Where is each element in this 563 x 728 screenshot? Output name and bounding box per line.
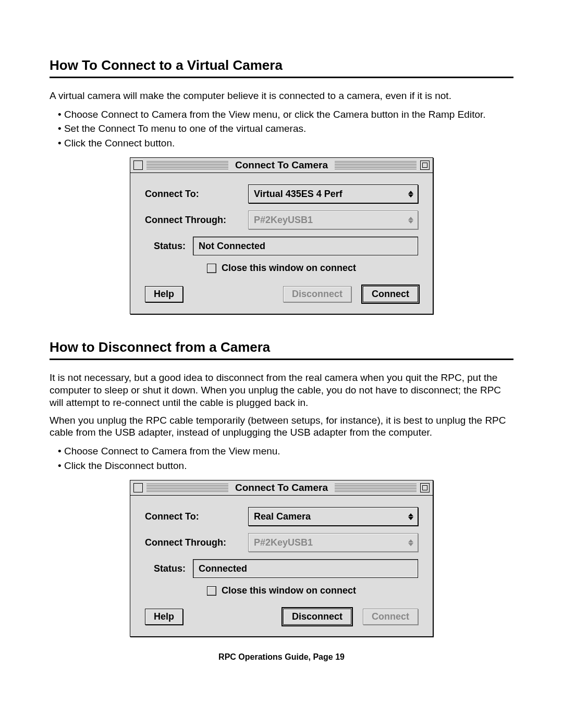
collapse-icon[interactable] xyxy=(420,161,430,170)
section1-bullets: Choose Connect to Camera from the View m… xyxy=(50,107,513,151)
connect-through-popup: P#2KeyUSB1 xyxy=(248,533,418,552)
section-divider xyxy=(50,359,513,360)
connect-through-value: P#2KeyUSB1 xyxy=(254,215,313,226)
window-title: Connect To Camera xyxy=(232,482,331,493)
popup-arrows-icon xyxy=(407,191,414,198)
list-item: Set the Connect To menu to one of the vi… xyxy=(58,121,513,136)
popup-arrows-icon xyxy=(407,217,414,224)
status-value: Connected xyxy=(199,563,247,574)
titlebar-stripes-icon xyxy=(146,484,228,492)
section-heading-connect-virtual: How To Connect to a Virtual Camera xyxy=(50,57,513,73)
row-status: Status: Connected xyxy=(145,559,418,578)
label-connect-to: Connect To: xyxy=(145,189,241,200)
disconnect-button[interactable]: Disconnect xyxy=(283,609,351,625)
button-row: Help Disconnect Connect xyxy=(145,286,418,302)
dialog1-wrap: Connect To Camera Connect To: Virtual 43… xyxy=(50,157,513,314)
close-icon[interactable] xyxy=(133,161,143,170)
status-display: Connected xyxy=(193,559,418,578)
connect-to-popup[interactable]: Real Camera xyxy=(248,507,418,526)
section-heading-disconnect: How to Disconnect from a Camera xyxy=(50,339,513,355)
row-connect-to: Connect To: Virtual 435ES 4 Perf xyxy=(145,184,418,203)
close-on-connect-label: Close this window on connect xyxy=(222,585,356,596)
button-group-right: Disconnect Connect xyxy=(283,609,418,625)
button-row: Help Disconnect Connect xyxy=(145,609,418,625)
row-connect-through: Connect Through: P#2KeyUSB1 xyxy=(145,533,418,552)
window-body: Connect To: Real Camera Connect Through:… xyxy=(130,496,433,636)
window-titlebar[interactable]: Connect To Camera xyxy=(130,480,433,496)
status-value: Not Connected xyxy=(199,241,265,252)
connect-to-value: Real Camera xyxy=(254,511,311,522)
popup-arrows-icon xyxy=(407,539,414,546)
row-connect-to: Connect To: Real Camera xyxy=(145,507,418,526)
list-item: Click the Disconnect button. xyxy=(58,459,513,473)
connect-button[interactable]: Connect xyxy=(363,286,418,302)
collapse-icon[interactable] xyxy=(420,483,430,492)
connect-to-popup[interactable]: Virtual 435ES 4 Perf xyxy=(248,184,418,203)
help-button[interactable]: Help xyxy=(145,286,183,302)
list-item: Choose Connect to Camera from the View m… xyxy=(58,107,513,122)
close-on-connect-label: Close this window on connect xyxy=(222,263,356,274)
connect-to-camera-window: Connect To Camera Connect To: Real Camer… xyxy=(130,480,433,637)
row-close-on-connect: Close this window on connect xyxy=(145,263,418,274)
status-display: Not Connected xyxy=(193,237,418,255)
popup-arrows-icon xyxy=(407,513,414,520)
list-item: Choose Connect to Camera from the View m… xyxy=(58,444,513,459)
page-footer: RPC Operations Guide, Page 19 xyxy=(50,652,513,662)
window-titlebar[interactable]: Connect To Camera xyxy=(130,158,433,173)
titlebar-stripes-icon xyxy=(335,161,417,169)
close-icon[interactable] xyxy=(133,483,143,492)
section2-para2: When you unplug the RPC cable temporaril… xyxy=(50,414,513,439)
row-close-on-connect: Close this window on connect xyxy=(145,585,418,596)
label-connect-through: Connect Through: xyxy=(145,215,241,226)
dialog2-wrap: Connect To Camera Connect To: Real Camer… xyxy=(50,480,513,637)
titlebar-stripes-icon xyxy=(146,161,228,169)
button-group-right: Disconnect Connect xyxy=(283,286,418,302)
label-status: Status: xyxy=(145,241,186,252)
connect-through-popup: P#2KeyUSB1 xyxy=(248,211,418,229)
connect-to-camera-window: Connect To Camera Connect To: Virtual 43… xyxy=(130,157,433,314)
close-on-connect-checkbox[interactable] xyxy=(207,264,216,273)
list-item: Click the Connect button. xyxy=(58,136,513,151)
window-title: Connect To Camera xyxy=(232,159,331,171)
section2-bullets: Choose Connect to Camera from the View m… xyxy=(50,444,513,473)
section-divider xyxy=(50,77,513,78)
label-status: Status: xyxy=(145,563,186,574)
section1-intro: A virtual camera will make the computer … xyxy=(50,90,513,102)
connect-to-value: Virtual 435ES 4 Perf xyxy=(254,189,342,200)
row-status: Status: Not Connected xyxy=(145,237,418,255)
disconnect-button: Disconnect xyxy=(283,286,351,302)
titlebar-stripes-icon xyxy=(335,484,417,492)
window-body: Connect To: Virtual 435ES 4 Perf Connect… xyxy=(130,173,433,314)
label-connect-to: Connect To: xyxy=(145,511,241,522)
connect-button: Connect xyxy=(363,609,418,625)
section2-para1: It is not necessary, but a good idea to … xyxy=(50,372,513,409)
document-page: How To Connect to a Virtual Camera A vir… xyxy=(0,0,563,693)
row-connect-through: Connect Through: P#2KeyUSB1 xyxy=(145,211,418,229)
label-connect-through: Connect Through: xyxy=(145,537,241,548)
close-on-connect-checkbox[interactable] xyxy=(207,586,216,596)
help-button[interactable]: Help xyxy=(145,609,183,625)
connect-through-value: P#2KeyUSB1 xyxy=(254,537,313,548)
